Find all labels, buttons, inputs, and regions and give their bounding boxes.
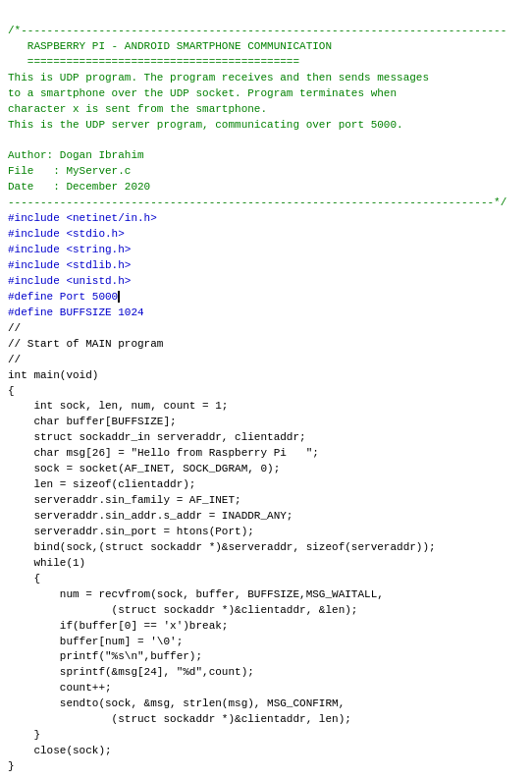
line-35: while(1) [8, 557, 85, 569]
line-25: int sock, len, num, count = 1; [8, 400, 228, 412]
line-38: (struct sockaddr *)&clientaddr, &len); [8, 604, 357, 616]
line-39: if(buffer[0] == 'x')break; [8, 620, 228, 632]
line-34: bind(sock,(struct sockaddr *)&serveraddr… [8, 541, 436, 553]
line-24: { [8, 385, 15, 397]
line-1: /*--------------------------------------… [8, 25, 506, 36]
line-40: buffer[num] = '\0'; [8, 636, 183, 647]
line-2: RASPBERRY PI - ANDROID SMARTPHONE COMMUN… [8, 40, 332, 52]
line-44: sendto(sock, &msg, strlen(msg), MSG_CONF… [8, 697, 345, 709]
line-12: ----------------------------------------… [8, 196, 506, 208]
line-28: char msg[26] = "Hello from Raspberry Pi … [8, 447, 319, 459]
line-46: } [8, 729, 40, 741]
line-41: printf("%s\n",buffer); [8, 650, 202, 662]
line-23: int main(void) [8, 369, 98, 381]
line-11: Date : December 2020 [8, 181, 150, 193]
line-19: #define BUFFSIZE 1024 [8, 306, 144, 318]
code-container: /*--------------------------------------… [8, 8, 524, 775]
line-13: #include <netinet/in.h> [8, 212, 157, 224]
line-30: len = sizeof(clientaddr); [8, 478, 195, 490]
line-22: // [8, 354, 21, 365]
line-15: #include <string.h> [8, 244, 131, 255]
line-36: { [8, 573, 40, 585]
line-5: to a smartphone over the UDP socket. Pro… [8, 87, 397, 99]
line-45: (struct sockaddr *)&clientaddr, len); [8, 713, 351, 725]
line-31: serveraddr.sin_family = AF_INET; [8, 494, 241, 506]
line-18: #define Port 5000 [8, 291, 120, 303]
line-17: #include <unistd.h> [8, 275, 131, 287]
line-26: char buffer[BUFFSIZE]; [8, 416, 177, 427]
line-14: #include <stdio.h> [8, 228, 125, 240]
line-7: This is the UDP server program, communic… [8, 119, 403, 131]
line-27: struct sockaddr_in serveraddr, clientadd… [8, 431, 306, 443]
line-4: This is UDP program. The program receive… [8, 72, 429, 84]
line-33: serveraddr.sin_port = htons(Port); [8, 526, 254, 537]
line-3: ========================================… [8, 56, 299, 68]
line-21: // Start of MAIN program [8, 338, 163, 350]
line-32: serveraddr.sin_addr.s_addr = INADDR_ANY; [8, 510, 293, 522]
line-10: File : MyServer.c [8, 165, 131, 177]
line-29: sock = socket(AF_INET, SOCK_DGRAM, 0); [8, 463, 280, 474]
line-48: } [8, 760, 15, 772]
line-42: sprintf(&msg[24], "%d",count); [8, 666, 254, 678]
line-6: character x is sent from the smartphone. [8, 103, 267, 115]
line-9: Author: Dogan Ibrahim [8, 149, 144, 161]
line-20: // [8, 322, 21, 334]
line-47: close(sock); [8, 745, 112, 756]
line-37: num = recvfrom(sock, buffer, BUFFSIZE,MS… [8, 588, 384, 600]
line-43: count++; [8, 682, 112, 694]
line-16: #include <stdlib.h> [8, 259, 131, 271]
